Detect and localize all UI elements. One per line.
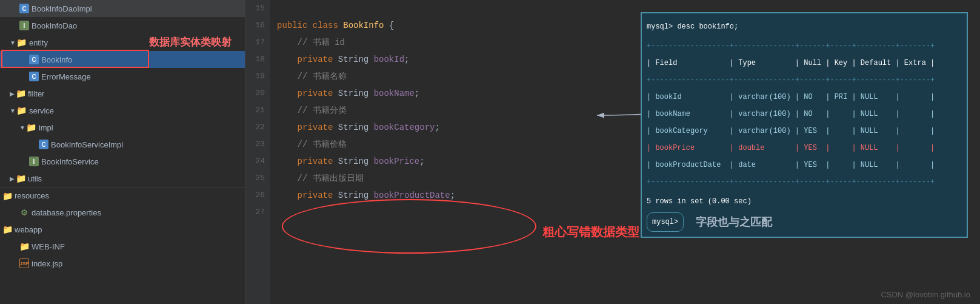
sidebar-item-ErrorMessage[interactable]: C ErrorMessage <box>0 68 245 85</box>
sidebar-item-WEB-INF[interactable]: 📁 WEB-INF <box>0 238 245 255</box>
mysql-sep3: +------------------+--------------+-----… <box>647 174 962 191</box>
mysql-footer: 5 rows in set (0.00 sec) <box>647 193 962 210</box>
c-icon: C <box>39 140 48 149</box>
entity-annotation-label: 数据库实体类映射 <box>149 35 232 49</box>
folder-icon: 📁 <box>17 106 27 115</box>
i-icon: I <box>19 21 29 30</box>
mysql-prompt: mysql> <box>647 212 684 232</box>
sidebar-item-utils[interactable]: 📁 utils <box>0 170 245 187</box>
code-text: public class BookInfo { // 书籍 id private… <box>270 0 980 304</box>
mysql-row-bookId: | bookId | varchar(100) | NO | PRI | NUL… <box>647 89 962 106</box>
mysql-sep1: +------------------+--------------+-----… <box>647 38 962 55</box>
sidebar-item-index-jsp[interactable]: JSP index.jsp <box>0 255 245 272</box>
arrow-down-icon <box>10 107 16 114</box>
mysql-row-bookPrice: | bookPrice | double | YES | | NULL | | <box>647 140 962 157</box>
arrow-down-icon <box>19 124 25 131</box>
folder-icon: 📁 <box>2 191 12 201</box>
sidebar-item-service[interactable]: 📁 service <box>0 102 245 119</box>
line-numbers: 15 16 17 18 19 20 21 22 23 24 25 26 27 <box>245 0 270 304</box>
i-icon: I <box>29 157 39 166</box>
arrow-right-icon <box>10 90 15 97</box>
props-icon: ⚙ <box>19 208 29 217</box>
code-editor: 15 16 17 18 19 20 21 22 23 24 25 26 27 p… <box>245 0 980 304</box>
mysql-row-bookCategory: | bookCategory | varchar(100) | YES | | … <box>647 123 962 140</box>
sidebar-item-fillter[interactable]: 📁 fillter <box>0 85 245 102</box>
mysql-row-bookName: | bookName | varchar(100) | NO | | NULL … <box>647 106 962 123</box>
sidebar-item-webapp[interactable]: 📁 webapp <box>0 221 245 238</box>
arrow-down-icon <box>10 39 16 46</box>
sidebar-item-database-properties[interactable]: ⚙ database.properties <box>0 204 245 221</box>
sidebar-item-resources[interactable]: 📁 resources <box>0 187 245 204</box>
c-icon: C <box>19 4 29 13</box>
jsp-icon: JSP <box>19 258 29 268</box>
sidebar-item-BookInfoServiceImpl[interactable]: C BookInfoServiceImpl <box>0 136 245 153</box>
sidebar-item-BookInfo[interactable]: C BookInfo <box>0 51 245 68</box>
csdn-watermark: CSDN @lovobin.github.io <box>881 290 970 299</box>
file-tree-sidebar: C BookInfoDaoImpl I BookInfoDao 📁 entity… <box>0 0 245 304</box>
mysql-row-bookProductDate: | bookProductDate | date | YES | | NULL … <box>647 157 962 174</box>
mysql-title: mysql> desc bookinfo; <box>647 18 962 35</box>
sidebar-item-impl[interactable]: 📁 impl <box>0 119 245 136</box>
folder-icon: 📁 <box>2 225 12 234</box>
folder-icon: 📁 <box>19 242 29 251</box>
sidebar-item-BookInfoDaoImpl[interactable]: C BookInfoDaoImpl <box>0 0 245 17</box>
sidebar-item-BookInfoDao[interactable]: I BookInfoDao <box>0 17 245 34</box>
folder-icon: 📁 <box>16 174 25 183</box>
sidebar-item-BookInfoService[interactable]: I BookInfoService <box>0 153 245 170</box>
folder-icon: 📁 <box>27 123 36 132</box>
mysql-desc-panel: mysql> desc bookinfo; +-----------------… <box>641 12 968 238</box>
c-icon: C <box>29 55 39 64</box>
folder-icon: 📁 <box>17 38 27 47</box>
arrow-right-icon <box>10 175 15 182</box>
mysql-header: | Field | Type | Null | Key | Default | … <box>647 55 962 72</box>
fields-match-annotation: 字段也与之匹配 <box>696 214 772 231</box>
mysql-prompt-line: mysql> 字段也与之匹配 <box>647 212 962 232</box>
folder-icon: 📁 <box>16 89 25 98</box>
mysql-sep2: +------------------+--------------+-----… <box>647 72 962 89</box>
wrong-type-annotation: 粗心写错数据类型 <box>542 223 639 240</box>
c-icon: C <box>29 72 39 81</box>
